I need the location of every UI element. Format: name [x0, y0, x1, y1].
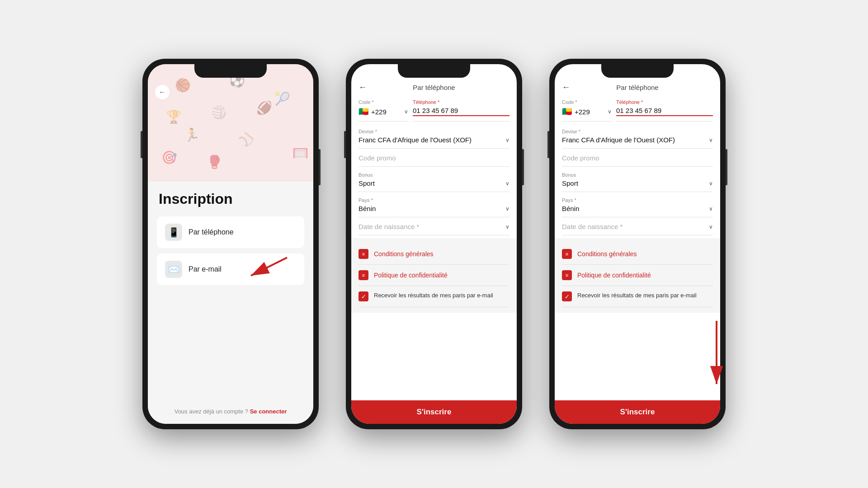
- devise-field-3: Devise * Franc CFA d'Afrique de l'Ouest …: [562, 126, 713, 149]
- flag-icon: 🇧🇯: [359, 107, 368, 117]
- bonus-chevron-3: ∨: [709, 180, 713, 187]
- basketball-icon: 🏀: [175, 78, 191, 93]
- code-phone-row: Code * 🇧🇯 +229 ∨ Téléphone *: [359, 97, 509, 124]
- phone1-body: Inscription 📱 Par téléphone ✉️ Par e-mai…: [148, 182, 313, 424]
- football-icon: 🏈: [256, 100, 272, 115]
- code-value[interactable]: 🇧🇯 +229 ∨: [359, 107, 408, 117]
- devise-chevron: ∨: [505, 137, 509, 143]
- promo-placeholder[interactable]: Code promo: [359, 154, 509, 162]
- checkbox-input-3[interactable]: ✓: [562, 291, 572, 301]
- politique-icon-3: ≡: [562, 270, 572, 280]
- pays-text-3: Bénin: [562, 205, 579, 212]
- telephone-option[interactable]: 📱 Par téléphone: [157, 216, 304, 248]
- promo-field: Code promo: [359, 151, 509, 167]
- se-connecter-link[interactable]: Se connecter: [250, 408, 287, 415]
- conditions-row-3[interactable]: ≡ Conditions générales: [562, 244, 713, 265]
- back-arrow-2[interactable]: ←: [359, 83, 367, 92]
- form-title-3: Par téléphone: [616, 84, 658, 91]
- phone-label: Téléphone *: [413, 99, 509, 105]
- telephone-icon: 📱: [165, 224, 182, 241]
- phone-label-3: Téléphone *: [616, 99, 713, 105]
- checkbox-row[interactable]: ✓ Recevoir les résultats de mes paris pa…: [359, 286, 509, 307]
- pays-chevron: ∨: [505, 206, 509, 212]
- volleyball-icon: 🏐: [211, 105, 227, 120]
- conditions-link[interactable]: Conditions générales: [374, 250, 434, 258]
- tennis-icon: 🎾: [274, 91, 290, 106]
- gray-section-3: ≡ Conditions générales ≡ Politique de co…: [555, 238, 720, 313]
- dob-field-3: Date de naissance * ∨: [562, 220, 713, 235]
- page-title: Inscription: [157, 191, 304, 207]
- bonus-text-3: Sport: [562, 179, 578, 187]
- dob-value-3[interactable]: Date de naissance * ∨: [562, 223, 713, 230]
- submit-button-2[interactable]: S'inscrire: [351, 400, 517, 424]
- phone-field: Téléphone *: [413, 97, 509, 122]
- bonus-value[interactable]: Sport ∨: [359, 179, 509, 187]
- form-body-2: Code * 🇧🇯 +229 ∨ Téléphone *: [351, 97, 517, 400]
- banner: ← 🏀 ⚽ 🎾 🏆 🏐 🏈 🏃 ⚾ 🥅 🎯 🥊: [148, 64, 313, 182]
- dob-chevron: ∨: [505, 224, 509, 230]
- dob-value[interactable]: Date de naissance * ∨: [359, 223, 509, 230]
- form-screen-3: ← Par téléphone Code * 🇧🇯 +229 ∨: [555, 64, 720, 424]
- devise-label: Devise *: [359, 129, 509, 134]
- back-button[interactable]: ←: [155, 85, 170, 99]
- pays-label-3: Pays *: [562, 197, 713, 203]
- checkbox-row-3[interactable]: ✓ Recevoir les résultats de mes paris pa…: [562, 286, 713, 307]
- phone-input-3[interactable]: [616, 107, 713, 116]
- checkbox-label: Recevoir les résultats de mes paris par …: [374, 291, 493, 300]
- form-body-3: Code * 🇧🇯 +229 ∨ Téléphone *: [555, 97, 720, 400]
- dob-chevron-3: ∨: [709, 224, 713, 230]
- pays-field-3: Pays * Bénin ∨: [562, 195, 713, 217]
- promo-field-3: Code promo: [562, 151, 713, 167]
- back-arrow-3[interactable]: ←: [562, 83, 570, 92]
- promo-placeholder-3[interactable]: Code promo: [562, 154, 713, 162]
- conditions-icon-3: ≡: [562, 249, 572, 259]
- pays-value[interactable]: Bénin ∨: [359, 205, 509, 212]
- dob-placeholder: Date de naissance *: [359, 223, 419, 230]
- notch-1: [194, 64, 267, 78]
- code-number-3: +229: [575, 108, 590, 116]
- conditions-link-3[interactable]: Conditions générales: [577, 250, 637, 258]
- phone-field-3: Téléphone *: [616, 97, 713, 122]
- code-label-3: Code *: [562, 99, 612, 105]
- pays-value-3[interactable]: Bénin ∨: [562, 205, 713, 212]
- code-label: Code *: [359, 99, 408, 105]
- boxing-icon: 🥊: [207, 155, 222, 169]
- code-field: Code * 🇧🇯 +229 ∨: [359, 97, 408, 122]
- notch-3: [601, 64, 674, 78]
- pays-field: Pays * Bénin ∨: [359, 195, 509, 217]
- politique-icon: ≡: [359, 270, 368, 280]
- politique-row[interactable]: ≡ Politique de confidentialité: [359, 265, 509, 286]
- devise-field: Devise * Franc CFA d'Afrique de l'Ouest …: [359, 126, 509, 149]
- bonus-field-3: Bonus Sport ∨: [562, 169, 713, 192]
- politique-row-3[interactable]: ≡ Politique de confidentialité: [562, 265, 713, 286]
- politique-link-3[interactable]: Politique de confidentialité: [577, 272, 651, 279]
- login-prompt: Vous avez déjà un compte ? Se connecter: [157, 408, 304, 415]
- conditions-row[interactable]: ≡ Conditions générales: [359, 244, 509, 265]
- code-chevron-3: ∨: [608, 108, 612, 115]
- checkbox-input[interactable]: ✓: [359, 291, 368, 301]
- goal-icon: 🥅: [292, 145, 308, 160]
- code-value-3[interactable]: 🇧🇯 +229 ∨: [562, 107, 612, 117]
- email-option[interactable]: ✉️ Par e-mail: [157, 253, 304, 285]
- checkbox-label-3: Recevoir les résultats de mes paris par …: [577, 291, 697, 300]
- running-icon: 🏃: [184, 127, 200, 142]
- bonus-value-3[interactable]: Sport ∨: [562, 179, 713, 187]
- bonus-chevron: ∨: [505, 180, 509, 187]
- phone-screen-1: ← 🏀 ⚽ 🎾 🏆 🏐 🏈 🏃 ⚾ 🥅 🎯 🥊: [148, 64, 313, 424]
- devise-value-3[interactable]: Franc CFA d'Afrique de l'Ouest (XOF) ∨: [562, 136, 713, 144]
- gray-section: ≡ Conditions générales ≡ Politique de co…: [351, 238, 517, 313]
- devise-value[interactable]: Franc CFA d'Afrique de l'Ouest (XOF) ∨: [359, 136, 509, 144]
- form-title-2: Par téléphone: [413, 84, 455, 91]
- code-phone-row-3: Code * 🇧🇯 +229 ∨ Téléphone *: [562, 97, 713, 124]
- telephone-label: Par téléphone: [189, 228, 234, 236]
- phone-screen-2: ← Par téléphone Code * 🇧🇯 +229 ∨: [351, 64, 517, 424]
- devise-label-3: Devise *: [562, 129, 713, 134]
- phone-input[interactable]: [413, 107, 509, 116]
- submit-button-3[interactable]: S'inscrire: [555, 400, 720, 424]
- devise-text-3: Franc CFA d'Afrique de l'Ouest (XOF): [562, 136, 675, 144]
- politique-link[interactable]: Politique de confidentialité: [374, 272, 448, 279]
- dart-icon: 🎯: [161, 150, 177, 165]
- phone-screen-3: ← Par téléphone Code * 🇧🇯 +229 ∨: [555, 64, 720, 424]
- phone-frame-1: ← 🏀 ⚽ 🎾 🏆 🏐 🏈 🏃 ⚾ 🥅 🎯 🥊: [142, 59, 319, 429]
- flag-icon-3: 🇧🇯: [562, 107, 572, 117]
